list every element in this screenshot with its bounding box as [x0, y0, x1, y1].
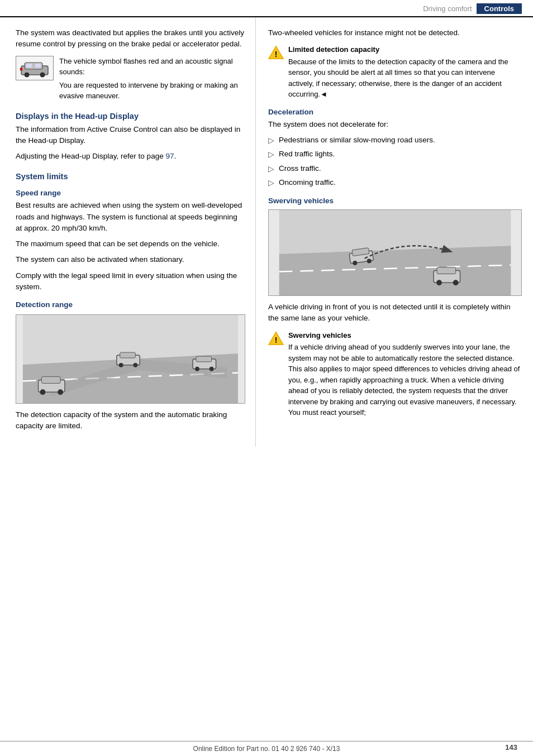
- deceleration-item-3: Cross traffic.: [279, 163, 321, 174]
- bullet-arrow-icon: ▷: [268, 149, 274, 160]
- list-item: ▷ Oncoming traffic.: [268, 177, 522, 189]
- intro-paragraph: The system was deactivated but applies t…: [16, 27, 245, 50]
- svg-point-15: [58, 389, 63, 395]
- warning-limited-detection-text: Limited detection capacity Because of th…: [288, 44, 522, 100]
- swerving-vehicles-heading: Swerving vehicles: [268, 197, 522, 205]
- deceleration-item-4: Oncoming traffic.: [279, 177, 336, 188]
- deceleration-item-2: Red traffic lights.: [279, 149, 335, 160]
- page-number: 143: [505, 743, 517, 752]
- svg-point-19: [133, 363, 137, 367]
- swerving-svg: [269, 210, 521, 295]
- svg-point-22: [195, 367, 199, 371]
- displays-para1: The information from Active Cruise Contr…: [16, 124, 245, 147]
- speed-range-heading: Speed range: [16, 189, 245, 197]
- deceleration-item-1: Pedestrians or similar slow-moving road …: [279, 135, 435, 146]
- svg-rect-21: [196, 356, 212, 362]
- vehicle-symbol-text-block: The vehicle symbol flashes red and an ac…: [59, 56, 245, 102]
- warning-limited-detection-title: Limited detection capacity: [288, 44, 522, 55]
- system-limits-heading: System limits: [16, 172, 245, 181]
- right-column: Two-wheeled vehicles for instance might …: [256, 17, 533, 447]
- two-wheeled-para: Two-wheeled vehicles for instance might …: [268, 27, 522, 39]
- warning-triangle-icon-2: !: [268, 331, 284, 346]
- svg-point-18: [119, 363, 123, 367]
- vehicle-symbol-sub-text: You are requested to intervene by brakin…: [59, 80, 245, 102]
- svg-rect-3: [35, 64, 41, 68]
- vehicle-icon-box: [16, 56, 54, 80]
- svg-marker-27: [279, 246, 511, 295]
- list-item: ▷ Red traffic lights.: [268, 149, 522, 160]
- detection-range-caption: The detection capacity of the system and…: [16, 409, 245, 432]
- svg-point-31: [436, 280, 442, 285]
- displays-heading: Displays in the Head-up Display: [16, 112, 245, 121]
- deceleration-intro: The system does not decelerate for:: [268, 119, 522, 130]
- svg-rect-17: [120, 352, 136, 358]
- warning-triangle-icon: !: [268, 45, 284, 60]
- svg-text:!: !: [275, 335, 278, 344]
- detection-range-svg: [16, 315, 245, 403]
- svg-point-14: [40, 389, 46, 395]
- svg-point-32: [453, 280, 459, 285]
- svg-rect-13: [41, 377, 60, 384]
- warning-limited-detection-body: Because of the limits to the detection c…: [288, 58, 508, 99]
- svg-text:!: !: [275, 50, 278, 59]
- list-item: ▷ Cross traffic.: [268, 163, 522, 175]
- speed-range-para2: The maximum speed that can be set depend…: [16, 238, 245, 250]
- deceleration-heading: Deceleration: [268, 108, 522, 116]
- list-item: ▷ Pedestrians or similar slow-moving roa…: [268, 135, 522, 146]
- main-content: The system was deactivated but applies t…: [0, 17, 533, 447]
- vehicle-symbol-main-text: The vehicle symbol flashes red and an ac…: [59, 57, 233, 76]
- detection-range-diagram: [16, 314, 245, 404]
- bullet-arrow-icon: ▷: [268, 164, 274, 175]
- page-footer: Online Edition for Part no. 01 40 2 926 …: [0, 741, 533, 756]
- page-ref-link[interactable]: 97: [165, 152, 174, 160]
- svg-rect-2: [26, 64, 32, 68]
- deceleration-list: ▷ Pedestrians or similar slow-moving roa…: [268, 135, 522, 189]
- header-chapter-label: Controls: [477, 3, 522, 14]
- warning-swerving: ! Swerving vehicles If a vehicle driving…: [268, 330, 522, 418]
- swerving-diagram: [268, 209, 522, 296]
- bullet-arrow-icon: ▷: [268, 178, 274, 189]
- left-column: The system was deactivated but applies t…: [0, 17, 256, 447]
- speed-range-para1: Best results are achieved when using the…: [16, 200, 245, 234]
- svg-point-23: [210, 367, 214, 371]
- svg-point-5: [40, 73, 45, 77]
- warning-swerving-body: If a vehicle driving ahead of you sudden…: [288, 343, 520, 417]
- car-icon: [19, 58, 50, 78]
- bullet-arrow-icon: ▷: [268, 135, 274, 146]
- warning-swerving-title: Swerving vehicles: [288, 330, 522, 341]
- displays-para2: Adjusting the Head-up Display, refer to …: [16, 151, 245, 162]
- speed-range-para3: The system can also be activated when st…: [16, 254, 245, 265]
- warning-limited-detection: ! Limited detection capacity Because of …: [268, 44, 522, 100]
- header-section-label: Driving comfort: [423, 4, 472, 13]
- svg-rect-30: [437, 267, 456, 274]
- page-header: Driving comfort Controls: [0, 0, 533, 17]
- warning-swerving-text: Swerving vehicles If a vehicle driving a…: [288, 330, 522, 418]
- footer-text: Online Edition for Part no. 01 40 2 926 …: [193, 745, 340, 753]
- swerving-para: A vehicle driving in front of you is not…: [268, 302, 522, 324]
- vehicle-symbol-block: The vehicle symbol flashes red and an ac…: [16, 56, 245, 102]
- svg-point-4: [25, 73, 29, 77]
- speed-range-para4: Comply with the legal speed limit in eve…: [16, 270, 245, 293]
- detection-range-heading: Detection range: [16, 300, 245, 309]
